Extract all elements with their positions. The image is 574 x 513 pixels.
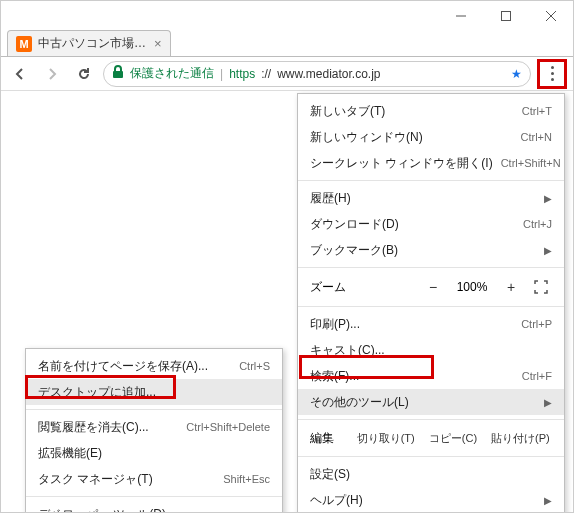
tab-title: 中古パソコン市場 中古PCの	[38, 35, 148, 52]
url-sep: ://	[261, 67, 271, 81]
submenu-extensions[interactable]: 拡張機能(E)	[26, 440, 282, 466]
submenu-devtools[interactable]: デベロッパー ツール(D)	[26, 501, 282, 513]
zoom-value: 100%	[452, 280, 492, 294]
chevron-right-icon: ▶	[544, 397, 552, 408]
secure-label: 保護された通信	[130, 65, 214, 82]
menu-cast[interactable]: キャスト(C)...	[298, 337, 564, 363]
edit-label: 編集	[310, 430, 350, 447]
svg-rect-4	[113, 71, 123, 78]
edit-copy[interactable]: コピー(C)	[421, 431, 484, 446]
edit-cut[interactable]: 切り取り(T)	[354, 431, 417, 446]
menu-settings[interactable]: 設定(S)	[298, 461, 564, 487]
menu-edit-row: 編集 切り取り(T) コピー(C) 貼り付け(P)	[298, 424, 564, 452]
browser-tab[interactable]: M 中古パソコン市場 中古PCの ×	[7, 30, 171, 56]
menu-incognito[interactable]: シークレット ウィンドウを開く(I)Ctrl+Shift+N	[298, 150, 564, 176]
edit-paste[interactable]: 貼り付け(P)	[489, 431, 552, 446]
chevron-right-icon: ▶	[544, 245, 552, 256]
menu-new-tab[interactable]: 新しいタブ(T)Ctrl+T	[298, 98, 564, 124]
back-button[interactable]	[7, 61, 33, 87]
reload-button[interactable]	[71, 61, 97, 87]
url-host: www.mediator.co.jp	[277, 67, 380, 81]
menu-print[interactable]: 印刷(P)...Ctrl+P	[298, 311, 564, 337]
window-titlebar	[1, 1, 573, 31]
submenu-task-manager[interactable]: タスク マネージャ(T)Shift+Esc	[26, 466, 282, 492]
address-bar[interactable]: 保護された通信 | https://www.mediator.co.jp ★	[103, 61, 531, 87]
fullscreen-icon[interactable]	[530, 280, 552, 294]
tab-strip: M 中古パソコン市場 中古PCの ×	[1, 31, 573, 57]
submenu-clear-browsing[interactable]: 閲覧履歴を消去(C)...Ctrl+Shift+Delete	[26, 414, 282, 440]
chevron-right-icon: ▶	[544, 495, 552, 506]
zoom-in-button[interactable]: +	[500, 276, 522, 298]
url-scheme: https	[229, 67, 255, 81]
menu-bookmarks[interactable]: ブックマーク(B)▶	[298, 237, 564, 263]
menu-help[interactable]: ヘルプ(H)▶	[298, 487, 564, 513]
menu-find[interactable]: 検索(F)...Ctrl+F	[298, 363, 564, 389]
zoom-out-button[interactable]: −	[422, 276, 444, 298]
maximize-button[interactable]	[483, 1, 528, 30]
chevron-right-icon: ▶	[544, 193, 552, 204]
lock-icon	[112, 65, 124, 82]
tab-close-icon[interactable]: ×	[154, 36, 162, 51]
submenu-save-as[interactable]: 名前を付けてページを保存(A)...Ctrl+S	[26, 353, 282, 379]
submenu-add-to-desktop[interactable]: デスクトップに追加...	[26, 379, 282, 405]
zoom-label: ズーム	[310, 279, 414, 296]
menu-new-window[interactable]: 新しいウィンドウ(N)Ctrl+N	[298, 124, 564, 150]
close-window-button[interactable]	[528, 1, 573, 30]
bookmark-star-icon[interactable]: ★	[511, 67, 522, 81]
chrome-menu-button[interactable]	[537, 59, 567, 89]
kebab-icon	[551, 66, 554, 81]
menu-history[interactable]: 履歴(H)▶	[298, 185, 564, 211]
more-tools-submenu: 名前を付けてページを保存(A)...Ctrl+S デスクトップに追加... 閲覧…	[25, 348, 283, 513]
menu-downloads[interactable]: ダウンロード(D)Ctrl+J	[298, 211, 564, 237]
chrome-main-menu: 新しいタブ(T)Ctrl+T 新しいウィンドウ(N)Ctrl+N シークレット …	[297, 93, 565, 513]
forward-button[interactable]	[39, 61, 65, 87]
menu-more-tools[interactable]: その他のツール(L)▶	[298, 389, 564, 415]
menu-zoom-row: ズーム − 100% +	[298, 272, 564, 302]
tab-favicon: M	[16, 36, 32, 52]
toolbar: 保護された通信 | https://www.mediator.co.jp ★	[1, 57, 573, 91]
minimize-button[interactable]	[438, 1, 483, 30]
svg-rect-1	[501, 11, 510, 20]
